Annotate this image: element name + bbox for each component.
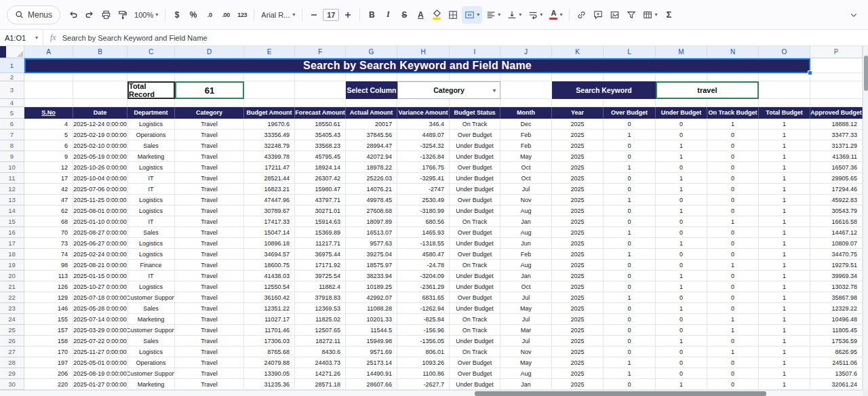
cell[interactable]	[127, 99, 175, 107]
cell[interactable]: 15949.98	[346, 336, 397, 346]
cell[interactable]: 10896.18	[244, 238, 295, 249]
cell[interactable]: 28571.18	[295, 379, 346, 390]
cell[interactable]: 1	[656, 173, 707, 184]
table-tools-button[interactable]: ▾	[640, 6, 660, 24]
cell[interactable]: 0	[707, 357, 759, 368]
cell[interactable]: 1	[759, 151, 810, 162]
cell[interactable]: 2025	[552, 130, 604, 140]
row-header-30[interactable]: 30	[0, 379, 24, 390]
cell[interactable]: 0	[656, 119, 707, 130]
table-header-cell[interactable]: S.No	[24, 107, 73, 119]
cell[interactable]: 30271.01	[295, 205, 346, 216]
cell[interactable]	[127, 73, 175, 81]
cell[interactable]: 1	[759, 184, 810, 195]
cell[interactable]	[450, 73, 500, 81]
cell[interactable]: 42	[24, 184, 73, 195]
cell[interactable]: 17294.46	[810, 184, 863, 195]
cell[interactable]: 43797.71	[295, 195, 346, 205]
cell[interactable]: 39275.04	[346, 249, 397, 260]
cell[interactable]: Oct	[500, 281, 552, 292]
cell[interactable]: 18272.11	[295, 336, 346, 346]
cell[interactable]: 0	[707, 249, 759, 260]
cell[interactable]: 32061.24	[810, 379, 863, 390]
vertical-scrollbar[interactable]	[863, 46, 868, 390]
table-header-cell[interactable]: Department	[127, 107, 175, 119]
cell[interactable]: Under Budget	[450, 238, 500, 249]
cell[interactable]: 47447.96	[244, 195, 295, 205]
cell[interactable]: 1	[656, 379, 707, 390]
cell[interactable]: 157	[24, 325, 73, 336]
cell[interactable]: 12329.22	[810, 303, 863, 314]
cell[interactable]: 39969.34	[810, 271, 863, 281]
column-header-J[interactable]: J	[500, 46, 552, 58]
cell[interactable]: 1	[707, 346, 759, 357]
cell[interactable]: Travel	[175, 357, 244, 368]
row-header-5[interactable]: 5	[0, 107, 24, 119]
column-header-A[interactable]: A	[24, 46, 73, 58]
cell[interactable]: Over Budget	[450, 368, 500, 379]
cell[interactable]: 24511.06	[810, 357, 863, 368]
cell[interactable]: 8765.68	[244, 346, 295, 357]
cell[interactable]: Travel	[175, 281, 244, 292]
cell[interactable]: 13032.78	[810, 281, 863, 292]
cell[interactable]: 39725.54	[295, 271, 346, 281]
cell[interactable]: -3295.41	[397, 173, 450, 184]
cell[interactable]: Travel	[175, 260, 244, 271]
cell[interactable]: 2025-07-22 0:00:00	[73, 336, 127, 346]
cell[interactable]: On Track	[450, 346, 500, 357]
font-family-select[interactable]: Arial R... ▾	[258, 6, 298, 24]
cell[interactable]: 1	[604, 249, 656, 260]
print-button[interactable]	[98, 6, 114, 24]
vertical-scrollbar-thumb[interactable]	[864, 56, 868, 91]
cell[interactable]: 2025-12-24 0:00:00	[73, 119, 127, 130]
cell[interactable]	[397, 73, 450, 81]
cell[interactable]: 2025-05-28 0:00:00	[73, 303, 127, 314]
cell[interactable]: 0	[707, 303, 759, 314]
cell[interactable]: Travel	[175, 271, 244, 281]
cell[interactable]: Finance	[127, 260, 175, 271]
cell[interactable]: Over Budget	[450, 227, 500, 238]
cell[interactable]: 0	[656, 325, 707, 336]
cell[interactable]: 2025	[552, 184, 604, 195]
cell[interactable]: 12	[24, 162, 73, 173]
column-header-E[interactable]: E	[244, 46, 295, 58]
cell[interactable]: 37845.56	[346, 130, 397, 140]
cell[interactable]: 1	[604, 292, 656, 303]
cell[interactable]: -156.96	[397, 325, 450, 336]
cell[interactable]: 17171.92	[295, 260, 346, 271]
cell[interactable]: 17211.47	[244, 162, 295, 173]
cell[interactable]	[552, 73, 604, 81]
menus-button[interactable]: Menus	[7, 5, 60, 24]
cell[interactable]: 0	[707, 238, 759, 249]
cell[interactable]: Travel	[175, 173, 244, 184]
cell[interactable]: Over Budget	[450, 292, 500, 303]
cell[interactable]: 0	[707, 205, 759, 216]
cell[interactable]: Travel	[175, 227, 244, 238]
cell[interactable]: -2627.7	[397, 379, 450, 390]
cell[interactable]: 4	[24, 119, 73, 130]
cell[interactable]: -3254.32	[397, 140, 450, 151]
cell[interactable]: 19279.51	[810, 260, 863, 271]
cell[interactable]: On Track	[450, 216, 500, 227]
column-header-O[interactable]: O	[759, 46, 810, 58]
cell[interactable]: 15047.14	[244, 227, 295, 238]
cell[interactable]: 14076.21	[346, 184, 397, 195]
cell[interactable]: 18978.22	[346, 162, 397, 173]
cell[interactable]	[552, 99, 604, 107]
cell[interactable]: Logistics	[127, 162, 175, 173]
title-banner[interactable]: Search by Search Keyword and Field Name	[24, 58, 810, 73]
cell[interactable]: 0	[707, 130, 759, 140]
underline-button[interactable]: A	[413, 6, 428, 24]
cell[interactable]	[604, 73, 656, 81]
cell[interactable]: 0	[707, 271, 759, 281]
cell[interactable]: 0	[604, 325, 656, 336]
cell[interactable]: 2025-02-19 0:00:00	[73, 130, 127, 140]
cell[interactable]: 1	[759, 238, 810, 249]
cell[interactable]: 170	[24, 346, 73, 357]
cell[interactable]: 9577.63	[346, 238, 397, 249]
column-header-C[interactable]: C	[127, 46, 175, 58]
table-header-cell[interactable]: Variance Amount	[397, 107, 450, 119]
cell[interactable]: 1	[759, 195, 810, 205]
cell[interactable]: 0	[604, 216, 656, 227]
cell[interactable]	[500, 81, 552, 99]
